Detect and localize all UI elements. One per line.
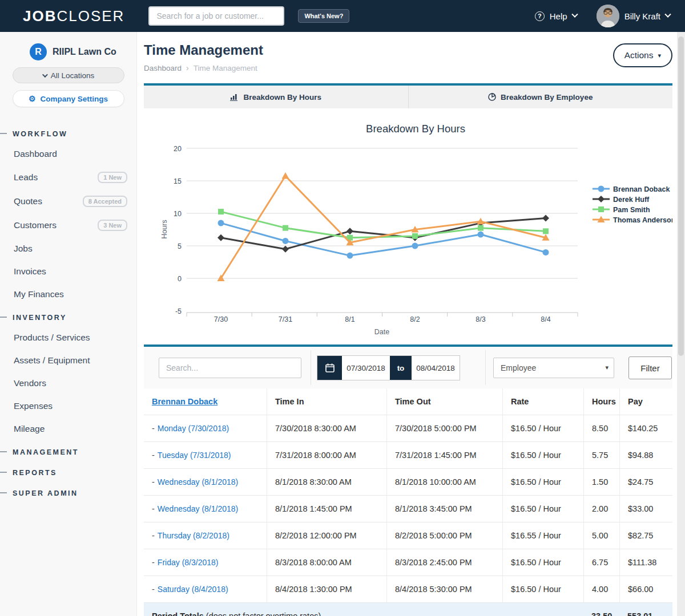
svg-text:7/31: 7/31 xyxy=(279,315,292,323)
section-label: MANAGEMENT xyxy=(13,448,79,456)
sidebar-item-dashboard[interactable]: Dashboard xyxy=(0,143,136,165)
day-link[interactable]: Thursday (8/2/2018) xyxy=(158,531,229,540)
time-out-cell: 8/3/2018 2:45:00 PM xyxy=(386,549,502,576)
tab-label: Breakdown By Hours xyxy=(243,93,321,102)
column-hours: Hours xyxy=(583,388,619,415)
help-menu[interactable]: ? Help xyxy=(535,11,577,21)
hours-cell: 4.00 xyxy=(583,576,619,602)
breadcrumb-separator-icon: › xyxy=(186,63,189,72)
pay-cell: $82.75 xyxy=(619,522,672,549)
pay-cell: $33.00 xyxy=(619,496,672,522)
help-label: Help xyxy=(550,11,567,21)
svg-text:0: 0 xyxy=(178,275,182,283)
scrollbar[interactable] xyxy=(677,32,685,616)
company-header: R RIIPL Lawn Co xyxy=(30,43,136,60)
breadcrumb-dashboard[interactable]: Dashboard xyxy=(144,64,182,72)
breadcrumb-current: Time Management xyxy=(194,64,257,72)
employee-name-link[interactable]: Brennan Doback xyxy=(152,397,217,406)
day-link[interactable]: Wednesday (8/1/2018) xyxy=(158,477,238,487)
chevron-down-icon xyxy=(571,11,578,18)
column-pay: Pay xyxy=(619,388,672,415)
sidebar-item-my-finances[interactable]: My Finances xyxy=(0,283,136,306)
day-cell: -Thursday (8/2/2018) xyxy=(144,522,267,549)
day-dash: - xyxy=(152,477,155,487)
time-out-cell: 8/2/2018 5:00:00 PM xyxy=(386,522,502,549)
app-logo[interactable]: JOBCLOSER xyxy=(23,7,124,25)
filter-bar: to Employee ▾ Filter xyxy=(144,347,672,388)
global-search-input[interactable] xyxy=(148,6,284,26)
sidebar-item-quotes[interactable]: Quotes8 Accepted xyxy=(0,189,136,213)
company-settings-button[interactable]: ⚙ Company Settings xyxy=(13,90,124,107)
day-link[interactable]: Friday (8/3/2018) xyxy=(158,558,219,567)
all-locations-label: All Locations xyxy=(51,71,95,80)
section-dash-icon xyxy=(0,451,7,452)
sidebar-item-products-services[interactable]: Products / Services xyxy=(0,326,136,349)
employee-select[interactable]: Employee xyxy=(493,358,614,378)
actions-button[interactable]: Actions ▾ xyxy=(613,43,672,67)
section-label: REPORTS xyxy=(13,469,57,477)
sidebar-item-invoices[interactable]: Invoices xyxy=(0,260,136,283)
filter-button[interactable]: Filter xyxy=(628,356,672,379)
sidebar-badge: 8 Accepted xyxy=(83,196,127,207)
svg-text:10: 10 xyxy=(174,210,182,218)
user-menu[interactable]: Billy Kraft xyxy=(597,5,670,27)
whats-new-button[interactable]: What's New? xyxy=(298,9,349,23)
day-link[interactable]: Saturday (8/4/2018) xyxy=(158,585,228,594)
breadcrumb: Dashboard › Time Management xyxy=(144,63,263,72)
section-dash-icon xyxy=(0,492,7,493)
sidebar-item-customers[interactable]: Customers3 New xyxy=(0,213,136,237)
sidebar-item-mileage[interactable]: Mileage xyxy=(0,418,136,440)
company-logo: R xyxy=(30,43,47,60)
day-link[interactable]: Tuesday (7/31/2018) xyxy=(158,451,231,460)
sidebar-item-label: My Finances xyxy=(14,289,64,299)
pay-cell: $66.00 xyxy=(619,576,672,602)
column-time-in: Time In xyxy=(267,388,386,415)
help-icon: ? xyxy=(535,11,545,21)
sidebar-item-expenses[interactable]: Expenses xyxy=(0,395,136,418)
date-from-input[interactable] xyxy=(342,356,390,380)
calendar-button[interactable] xyxy=(317,356,342,380)
table-header-row: Brennan Doback Time In Time Out Rate Hou… xyxy=(144,388,672,415)
tab-breakdown-by-hours[interactable]: Breakdown By Hours xyxy=(144,86,408,108)
day-link[interactable]: Monday (7/30/2018) xyxy=(158,424,229,433)
sidebar-item-label: Mileage xyxy=(14,424,45,434)
period-totals-row: Period Totals (does not factor overtime … xyxy=(144,603,672,616)
chevron-down-icon xyxy=(42,72,48,78)
sidebar-item-leads[interactable]: Leads1 New xyxy=(0,165,136,189)
day-link[interactable]: Wednesday (8/1/2018) xyxy=(158,504,238,513)
svg-text:Derek Huff: Derek Huff xyxy=(613,196,650,204)
day-dash: - xyxy=(152,558,155,567)
svg-text:15: 15 xyxy=(174,177,182,185)
rate-cell: $16.50 / Hour xyxy=(502,469,583,495)
divider xyxy=(311,350,311,385)
svg-text:Thomas Anderson: Thomas Anderson xyxy=(613,216,672,224)
main-panel: Time Management Dashboard › Time Managem… xyxy=(137,32,677,616)
sidebar-item-vendors[interactable]: Vendors xyxy=(0,372,136,395)
divider xyxy=(485,350,486,385)
rate-cell: $16.50 / Hour xyxy=(502,442,583,468)
svg-text:Date: Date xyxy=(374,328,389,336)
total-pay: 553.01 xyxy=(619,611,672,616)
tab-breakdown-by-employee[interactable]: Breakdown By Employee xyxy=(408,86,673,108)
rate-cell: $16.55 / Hour xyxy=(502,522,583,549)
date-to-input[interactable] xyxy=(412,356,460,380)
page-header: Time Management Dashboard › Time Managem… xyxy=(144,32,672,83)
pie-chart-icon xyxy=(488,93,496,101)
caret-down-icon: ▾ xyxy=(658,52,661,59)
time-out-cell: 8/4/2018 5:30:00 PM xyxy=(386,576,502,602)
time-in-cell: 8/3/2018 8:00:00 AM xyxy=(267,549,386,576)
section-label: WORKFLOW xyxy=(13,130,67,138)
table-search-input[interactable] xyxy=(159,358,301,378)
total-hours: 33.50 xyxy=(583,611,619,616)
time-in-cell: 8/4/2018 1:30:00 PM xyxy=(267,576,386,602)
rate-cell: $16.50 / Hour xyxy=(502,496,583,522)
company-name: RIIPL Lawn Co xyxy=(53,47,116,57)
date-range-control: to xyxy=(317,355,460,380)
scrollbar-thumb[interactable] xyxy=(678,37,684,356)
sidebar-section-reports: REPORTS xyxy=(0,461,136,481)
sidebar-item-assets-equipment[interactable]: Assets / Equipment xyxy=(0,349,136,372)
table-row: -Wednesday (8/1/2018)8/1/2018 8:30:00 AM… xyxy=(144,469,672,496)
table-row: -Tuesday (7/31/2018)7/31/2018 8:00:00 AM… xyxy=(144,442,672,469)
all-locations-dropdown[interactable]: All Locations xyxy=(13,67,124,83)
sidebar-item-jobs[interactable]: Jobs xyxy=(0,237,136,260)
